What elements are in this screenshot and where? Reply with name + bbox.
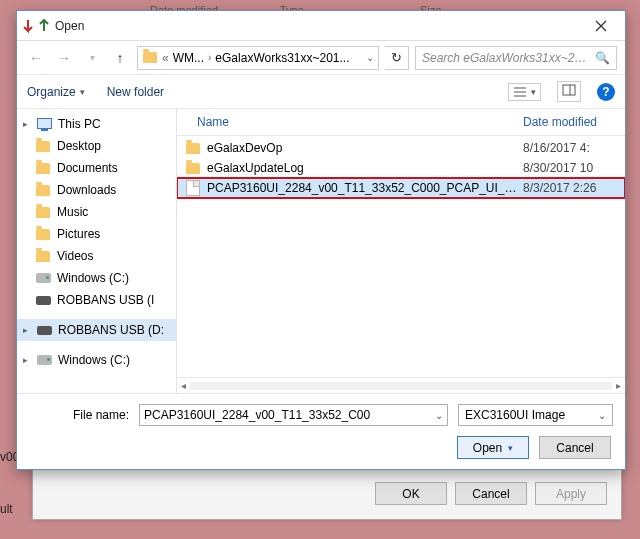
drive-icon [36,352,52,368]
details-view-icon [513,86,527,98]
file-list[interactable]: eGalaxDevOp8/16/2017 4:eGalaxUpdateLog8/… [177,136,625,377]
folder-icon [142,50,158,66]
folder-icon [35,204,51,220]
titlebar[interactable]: Open [17,11,625,41]
help-button[interactable]: ? [597,83,615,101]
sidebar-item[interactable]: Music [17,201,176,223]
dialog-footer: File name: PCAP3160UI_2284_v00_T11_33x52… [17,393,625,469]
file-row[interactable]: PCAP3160UI_2284_v00_T11_33x52_C000_PCAP_… [177,178,625,198]
toolbar: Organize ▾ New folder ▾ ? [17,75,625,109]
file-row[interactable]: eGalaxUpdateLog8/30/2017 10 [177,158,625,178]
file-icon [185,180,201,196]
folder-icon [35,138,51,154]
pc-icon [36,116,52,132]
column-headers[interactable]: Name Date modified [177,109,625,136]
chevron-down-icon[interactable]: ⌄ [435,410,443,421]
address-part1: WM... [173,51,204,65]
forward-arrow: → [53,47,75,69]
filename-label: File name: [29,408,129,422]
horizontal-scrollbar[interactable]: ◂▸ [177,377,625,393]
chevron-down-icon: ⌄ [598,410,606,421]
back-ok-button[interactable]: OK [375,482,447,505]
preview-pane-button[interactable] [557,81,581,102]
open-dialog: Open ← → ▾ ↑ « WM... › eGalaxWorks31xx~2… [16,10,626,470]
folder-icon [35,182,51,198]
nav-row: ← → ▾ ↑ « WM... › eGalaxWorks31xx~201...… [17,41,625,75]
col-date[interactable]: Date modified [523,115,617,129]
sidebar-this-pc[interactable]: This PC [17,113,176,135]
dialog-title: Open [55,19,84,33]
open-dialog-icon [23,19,49,33]
search-placeholder: Search eGalaxWorks31xx~201... [422,51,589,65]
file-pane: Name Date modified eGalaxDevOp8/16/2017 … [177,109,625,393]
chevron-down-icon[interactable]: ⌄ [366,52,374,63]
close-icon [595,20,607,32]
sidebar-item[interactable]: Downloads [17,179,176,201]
folder-icon [185,140,201,156]
sidebar-drive[interactable]: Windows (C:) [17,267,176,289]
drive-icon [35,270,51,286]
folder-icon [185,160,201,176]
folder-icon [35,226,51,242]
search-icon: 🔍 [595,51,610,65]
new-folder-button[interactable]: New folder [107,85,164,99]
address-part2: eGalaxWorks31xx~201... [215,51,349,65]
close-button[interactable] [583,15,619,37]
address-bar[interactable]: « WM... › eGalaxWorks31xx~201... ⌄ [137,46,379,70]
drive-icon [35,292,51,308]
organize-menu[interactable]: Organize ▾ [27,85,85,99]
col-name[interactable]: Name [197,115,523,129]
usb-icon [36,322,52,338]
filename-input[interactable]: PCAP3160UI_2284_v00_T11_33x52_C00 ⌄ [139,404,448,426]
svg-rect-0 [563,85,575,95]
file-row[interactable]: eGalaxDevOp8/16/2017 4: [177,138,625,158]
sidebar-windows-c[interactable]: Windows (C:) [17,349,176,371]
chevron-down-icon: ▾ [80,87,85,97]
bg-label-2: ult [0,502,13,516]
sidebar-item[interactable]: Videos [17,245,176,267]
folder-icon [35,160,51,176]
sidebar-usb[interactable]: ROBBANS USB (D: [17,319,176,341]
open-button[interactable]: Open ▾ [457,436,529,459]
back-apply-button: Apply [535,482,607,505]
file-type-filter[interactable]: EXC3160UI Image ⌄ [458,404,613,426]
search-box[interactable]: Search eGalaxWorks31xx~201... 🔍 [415,46,617,70]
folder-icon [35,248,51,264]
refresh-button[interactable]: ↻ [385,46,409,70]
preview-pane-icon [562,84,576,96]
up-arrow[interactable]: ↑ [109,47,131,69]
sidebar-item[interactable]: Desktop [17,135,176,157]
back-cancel-button[interactable]: Cancel [455,482,527,505]
sidebar-item[interactable]: Pictures [17,223,176,245]
view-switcher[interactable]: ▾ [508,83,541,101]
sidebar-item[interactable]: Documents [17,157,176,179]
history-dropdown[interactable]: ▾ [81,47,103,69]
back-arrow[interactable]: ← [25,47,47,69]
sidebar-drive[interactable]: ROBBANS USB (I [17,289,176,311]
sidebar[interactable]: This PC DesktopDocumentsDownloadsMusicPi… [17,109,177,393]
cancel-button[interactable]: Cancel [539,436,611,459]
